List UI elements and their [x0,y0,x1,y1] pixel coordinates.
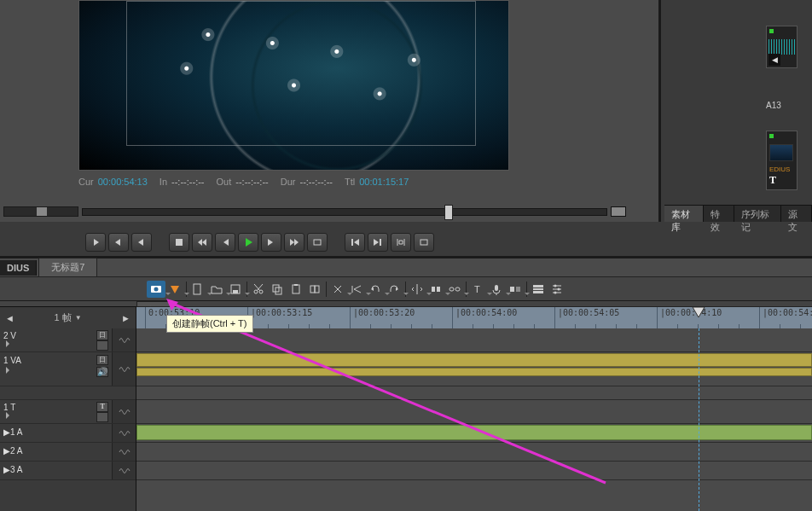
svg-rect-26 [533,291,543,293]
track-header-2A[interactable]: ▶2 A [0,443,136,462]
bin-item-title[interactable]: EDIUST [766,131,798,190]
tc-cur-value[interactable]: 00:00:54:13 [98,177,148,187]
track-header-2V[interactable]: 2 V日 [0,328,136,352]
svg-rect-17 [437,287,440,292]
svg-rect-18 [450,287,454,291]
tc-dur-label: Dur [281,177,296,187]
tc-out-value[interactable]: --:--:--:-- [235,177,268,187]
scrub-thumb[interactable] [444,205,453,220]
open-button[interactable] [207,281,226,298]
copy-button[interactable] [268,281,287,298]
paste-insert-button[interactable] [305,281,324,298]
svg-rect-24 [533,285,543,287]
preview-monitor[interactable] [78,0,509,171]
track-lane-1A[interactable] [136,424,812,443]
paste-button[interactable] [287,281,305,298]
new-clip-button[interactable] [188,281,207,298]
tc-out-label: Out [217,177,232,187]
svg-rect-13 [294,284,298,286]
track-lane-1VA[interactable] [136,352,812,386]
svg-rect-1 [314,240,321,245]
prev-edit-button[interactable] [345,233,365,252]
voiceover-button[interactable] [487,281,506,298]
export-button[interactable] [414,233,434,252]
tc-in-value[interactable]: --:--:--:-- [171,177,204,187]
ripple-delete-button[interactable] [328,281,347,298]
ruler-tick: |00:00:54:00 [452,307,517,328]
next-frame-button[interactable] [261,233,281,252]
zoom-in-button[interactable]: ► [121,313,130,323]
track-header-3A[interactable]: ▶3 A [0,462,136,480]
svg-rect-7 [233,290,238,293]
link-button[interactable] [445,281,464,298]
set-out-button[interactable] [108,233,129,252]
svg-rect-12 [293,285,299,293]
track-lane-2A[interactable] [136,443,812,462]
tc-ttl-value[interactable]: 00:01:15:17 [359,177,409,187]
track-header-1A[interactable]: ▶1 A [0,424,136,443]
trim-button[interactable] [391,233,411,252]
ruler-tick: |00:00:54:10 [657,307,722,328]
timeline-toolbar: T 序列 创建静帧(Ctrl + T) [0,277,812,301]
set-in-button[interactable] [85,233,106,252]
next-edit-button[interactable] [368,233,388,252]
mini-scrubber[interactable] [3,206,78,217]
group-button[interactable] [426,281,445,298]
layout-button[interactable] [529,281,548,298]
playhead-line[interactable] [699,328,699,511]
track-header-1T[interactable]: 1 TT [0,400,136,424]
track-lane-1T[interactable] [136,400,812,424]
transport-bar [85,230,640,254]
scrub-end[interactable] [611,206,626,217]
tab-bin[interactable]: 素材库 [664,206,704,222]
svg-rect-2 [420,240,427,245]
clip[interactable] [136,425,812,440]
tooltip: 创建静帧(Ctrl + T) [166,315,253,333]
track-lane-3A[interactable] [136,462,812,480]
play-button[interactable] [238,233,258,252]
tab-effects[interactable]: 特效 [704,206,734,222]
stop-button[interactable] [169,233,189,252]
prev-frame-button[interactable] [215,233,235,252]
svg-point-29 [554,292,557,294]
svg-rect-22 [510,287,514,292]
ruler-tick: |00:00:53:20 [350,307,415,328]
loop-button[interactable] [307,233,328,252]
scrub-bar[interactable] [82,208,607,216]
title-tool-button[interactable] [165,281,184,298]
tab-markers[interactable]: 序列标记 [734,206,781,222]
sequence-tab[interactable]: 无标题7 [38,258,97,277]
preview-play-icon[interactable]: ◀ [768,54,780,66]
tab-source[interactable]: 源文 [781,206,812,222]
set-out2-button[interactable] [131,233,152,252]
bin-panel: ◀ A13 EDIUST 2018051 素材库 特效 序列标记 源文 [658,0,812,222]
undo-button[interactable] [366,281,385,298]
tc-dur-value[interactable]: --:--:--:-- [299,177,332,187]
tc-ttl-label: Ttl [345,177,355,187]
ruler-tick: |00:00:54:05 [554,307,619,328]
playhead-marker[interactable] [692,306,705,318]
track-lane-spacer[interactable] [136,386,812,400]
save-button[interactable] [226,281,245,298]
svg-rect-23 [516,287,520,292]
tc-cur-label: Cur [78,177,94,187]
create-still-button[interactable] [147,281,165,298]
track-header-spacer[interactable] [0,386,136,400]
clip[interactable] [136,353,812,367]
fastfwd-button[interactable] [284,233,304,252]
timecode-row: Cur 00:00:54:13 In --:--:--:-- Out --:--… [78,177,509,187]
split-button[interactable] [408,281,426,298]
redo-button[interactable] [385,281,403,298]
svg-rect-14 [310,286,315,293]
bin-item-audio[interactable]: ◀ [766,26,798,68]
zoom-value[interactable]: 1 帧 [54,311,71,324]
rewind-button[interactable] [192,233,212,252]
zoom-out-button[interactable]: ◄ [5,313,14,323]
transition-button[interactable] [506,281,525,298]
track-header-1VA[interactable]: 1 VA日🔊 [0,352,136,386]
delete-in-button[interactable] [347,281,366,298]
settings-button[interactable] [548,281,566,298]
title-insert-button[interactable]: T [468,281,487,298]
cut-button[interactable] [249,281,268,298]
preview-panel: Cur 00:00:54:13 In --:--:--:-- Out --:--… [0,0,658,222]
